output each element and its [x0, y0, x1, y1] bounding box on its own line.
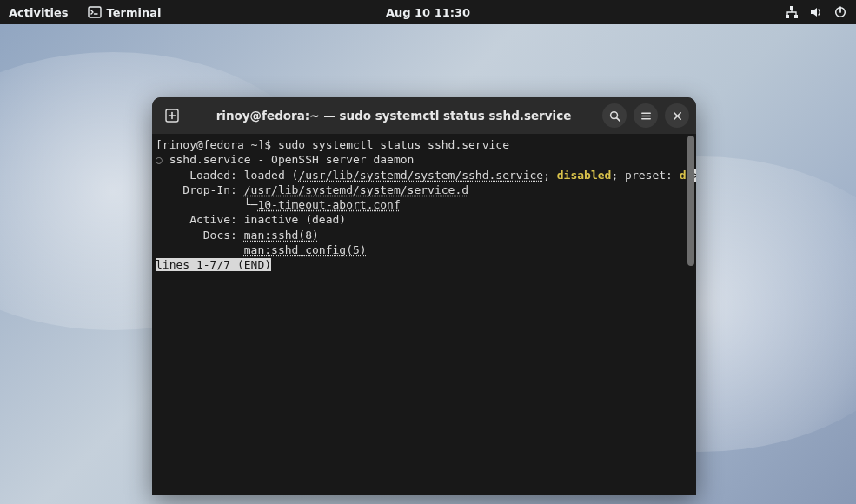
search-icon — [608, 109, 621, 123]
close-button[interactable] — [665, 103, 689, 128]
search-button[interactable] — [602, 103, 627, 128]
dropin-path: /usr/lib/systemd/system/service.d — [244, 183, 468, 196]
active-line: Active: inactive (dead) — [156, 213, 346, 226]
service-header: sshd.service - OpenSSH server daemon — [169, 153, 415, 166]
window-titlebar: rinoy@fedora:~ — sudo systemctl status s… — [152, 97, 696, 134]
loaded-sep2: ; preset: — [611, 169, 679, 182]
svg-rect-4 — [794, 15, 798, 18]
activities-button[interactable]: Activities — [9, 6, 69, 19]
docs-1: man:sshd(8) — [244, 229, 319, 242]
docs-indent — [156, 243, 244, 256]
new-tab-button[interactable] — [159, 103, 185, 129]
gnome-top-bar: Activities Terminal Aug 10 11:30 — [0, 0, 856, 24]
scrollbar-thumb[interactable] — [687, 136, 694, 266]
loaded-disabled: disabled — [557, 169, 612, 182]
window-title: rinoy@fedora:~ — sudo systemctl status s… — [192, 109, 595, 123]
loaded-path: /usr/lib/systemd/system/sshd.service — [298, 169, 543, 182]
topbar-left: Activities Terminal — [9, 5, 161, 19]
terminal-icon — [88, 5, 102, 19]
loaded-prefix: Loaded: loaded ( — [156, 169, 298, 182]
hamburger-icon — [640, 109, 653, 123]
plus-box-icon — [164, 108, 180, 123]
network-icon — [785, 5, 799, 19]
docs-prefix: Docs: — [156, 229, 244, 242]
terminal-output: [rinoy@fedora ~]$ sudo systemctl status … — [152, 134, 696, 495]
command-text: sudo systemctl status sshd.service — [278, 138, 509, 151]
docs-2: man:sshd_config(5) — [244, 243, 367, 256]
terminal-viewport[interactable]: [rinoy@fedora ~]$ sudo systemctl status … — [152, 134, 696, 495]
volume-icon — [809, 5, 823, 19]
loaded-sep1: ; — [543, 169, 557, 182]
svg-rect-2 — [790, 6, 793, 10]
active-app-label: Terminal — [107, 6, 162, 19]
pager-status: lines 1-7/7 (END) — [156, 258, 271, 271]
clock[interactable]: Aug 10 11:30 — [386, 6, 470, 19]
terminal-window: rinoy@fedora:~ — sudo systemctl status s… — [152, 97, 696, 495]
dropin-file: 10-timeout-abort.conf — [257, 198, 400, 211]
status-area[interactable] — [785, 5, 847, 19]
svg-rect-0 — [89, 7, 101, 17]
power-icon — [833, 5, 847, 19]
menu-button[interactable] — [634, 103, 658, 128]
active-app-indicator[interactable]: Terminal — [88, 5, 162, 19]
dropin-branch: └─ — [156, 198, 257, 211]
prompt: [rinoy@fedora ~]$ — [156, 138, 278, 151]
close-icon — [672, 110, 683, 122]
svg-rect-3 — [786, 15, 789, 18]
dropin-prefix: Drop-In: — [156, 183, 244, 196]
svg-line-11 — [616, 117, 620, 121]
status-bullet: ○ — [156, 153, 169, 166]
